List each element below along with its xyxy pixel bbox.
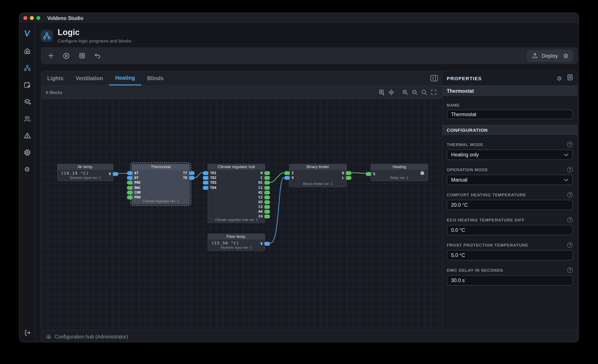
deploy-button[interactable]: Deploy ⚙ [527,50,573,62]
dwc-delay-input[interactable]: 30.0 s [447,275,573,286]
home-plug-icon[interactable] [23,47,31,55]
comfort-heating-temperature-input[interactable]: 20.0 °C [447,200,573,210]
calendar-gear-icon[interactable] [23,81,31,89]
deploy-settings-icon[interactable]: ⚙ [563,52,569,59]
input-port[interactable]: V [284,176,294,180]
node-climate-regulator-hub[interactable]: Climate regulator hub TD1 TD2 TD3 TD4 H … [208,164,265,223]
port-pill[interactable] [284,176,290,180]
properties-doc-icon[interactable] [567,74,573,82]
node-air-temp[interactable]: Air temp. (19.19 °C) V Numeric input ver… [57,164,114,181]
tab-heating[interactable]: Heating [109,71,141,85]
eco-heating-temperature-diff-input[interactable]: 0.0 °C [447,225,573,235]
help-icon[interactable]: ? [567,217,573,223]
output-port[interactable]: H4 [258,210,270,214]
minimize-window-button[interactable] [30,16,34,20]
port-pill[interactable] [203,171,208,175]
zoom-out-icon[interactable] [410,88,419,97]
library-icon[interactable] [76,50,88,61]
input-port[interactable]: TD4 [203,186,216,190]
input-port[interactable]: I [284,171,294,175]
node-thermostat[interactable]: Thermostat AT OT PRE DWC COM PRO TT TD [132,164,190,205]
input-port[interactable]: S [366,172,375,176]
port-pill[interactable] [203,181,208,185]
wire-thermostat-hub[interactable] [195,173,202,177]
output-port[interactable]: H3 [258,200,270,204]
output-port[interactable]: H2 [258,190,270,194]
port-pill[interactable] [203,176,208,180]
logic-canvas[interactable]: Air temp. (19.19 °C) V Numeric input ver… [41,99,442,330]
search-icon[interactable] [420,88,429,97]
port-pill[interactable] [264,171,270,175]
logout-icon[interactable] [23,329,31,337]
port-pill[interactable] [346,176,351,180]
port-pill[interactable] [264,242,270,246]
thermal-mode-select[interactable]: Heating only [447,149,573,160]
port-pill[interactable] [264,210,270,214]
output-port[interactable]: V [109,172,118,176]
port-pill[interactable] [127,195,133,199]
collapse-panel-icon[interactable] [430,75,438,82]
fullscreen-icon[interactable] [429,88,438,97]
port-pill[interactable] [127,176,133,180]
port-pill[interactable] [264,176,270,180]
output-port[interactable]: L [342,176,351,180]
input-port[interactable]: PRO [127,195,141,199]
output-port[interactable]: H [260,171,270,175]
warning-triangle-icon[interactable] [23,132,31,140]
frost-protection-temperature-input[interactable]: 5.0 °C [447,250,573,260]
operation-mode-select[interactable]: Manual [447,175,573,185]
properties-settings-icon[interactable]: ⚙ [556,75,562,82]
undo-icon[interactable] [92,50,103,61]
zoom-window-button[interactable] [36,16,40,20]
node-heating[interactable]: Heating S Relay ver: 1 [371,164,428,181]
port-pill[interactable] [284,171,290,175]
close-window-button[interactable] [23,16,27,20]
tab-ventilation[interactable]: Ventilation [70,71,109,85]
layers-plus-icon[interactable] [23,98,31,106]
users-icon[interactable] [23,115,31,123]
input-port[interactable]: PRE [127,181,141,185]
logic-flow-icon[interactable] [23,64,31,72]
output-port[interactable]: TT [183,171,195,175]
port-pill[interactable] [127,181,133,185]
input-port[interactable]: TD2 [203,176,216,180]
chip-icon[interactable] [23,149,31,157]
help-icon[interactable]: ? [567,142,573,147]
output-port[interactable]: TD [183,176,195,180]
run-play-icon[interactable] [61,50,72,61]
wire-limiter-heating[interactable] [352,173,365,173]
center-target-icon[interactable] [387,88,396,97]
help-icon[interactable]: ? [567,242,573,248]
input-port[interactable]: COM [127,190,141,194]
node-binary-limiter[interactable]: Binary limiter I V O L Binary limiter ve… [289,164,347,187]
help-icon[interactable]: ? [567,267,573,273]
port-pill[interactable] [189,171,195,175]
port-pill[interactable] [346,171,351,175]
port-pill[interactable] [189,176,195,180]
help-icon[interactable]: ? [567,167,573,173]
port-pill[interactable] [264,190,270,194]
port-pill[interactable] [264,181,270,185]
wire-floortemp-limiter[interactable] [270,177,284,243]
node-floor-temp[interactable]: Floor temp. (15.56 °C) V Numeric input v… [208,233,265,251]
port-pill[interactable] [203,186,208,190]
output-port[interactable]: C [260,176,270,180]
settings-gear-icon[interactable]: ⚙ [23,165,31,173]
tab-lights[interactable]: Lights [41,71,70,85]
add-grid-block-icon[interactable] [377,88,386,97]
output-port[interactable]: V [260,242,270,246]
output-port[interactable]: C2 [258,195,270,199]
wire-hub-limiter[interactable] [270,173,284,182]
input-port[interactable]: OT [127,176,138,180]
input-port[interactable]: TD3 [203,181,216,185]
help-icon[interactable]: ? [567,192,573,198]
output-port[interactable]: H1 [258,181,270,185]
name-input[interactable]: Thermostat [447,110,573,119]
tab-blinds[interactable]: Blinds [141,71,170,85]
port-pill[interactable] [264,205,270,209]
port-pill[interactable] [127,186,133,190]
port-pill[interactable] [127,190,133,194]
port-pill[interactable] [264,195,270,199]
input-port[interactable]: AT [127,171,138,175]
port-pill[interactable] [113,172,118,176]
